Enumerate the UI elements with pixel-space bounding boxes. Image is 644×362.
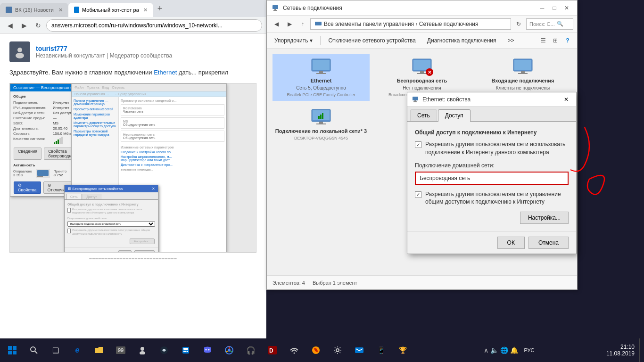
win-forward-button[interactable]: ▶	[284, 18, 295, 30]
inner-ms-type: Общедоступная сеть	[123, 123, 222, 126]
explorer-button[interactable]	[89, 340, 109, 361]
svg-point-39	[140, 351, 145, 354]
phone-button[interactable]: 📱	[371, 340, 391, 361]
taskbar-clock[interactable]: 21:10 11.08.2019	[606, 344, 638, 357]
dlg-tab-bar: Сеть Доступ	[407, 107, 576, 122]
svg-rect-24	[319, 122, 323, 123]
start-button[interactable]	[2, 340, 23, 361]
inner-win1-title: Состояние — Беспроводная сеть	[13, 85, 79, 90]
ok-button[interactable]: ОК	[497, 237, 525, 249]
wifi-taskbar-button[interactable]	[284, 340, 305, 361]
post-text: Здравствуйте. Вам нужно в главном подклю…	[9, 68, 256, 77]
tab-net[interactable]: Сеть	[410, 109, 437, 121]
tray-arrow-icon[interactable]: ∧	[484, 346, 488, 354]
headset-button[interactable]: 🎧	[240, 340, 261, 361]
people-icon	[138, 346, 147, 354]
tray-network-icon[interactable]: 🌐	[500, 346, 508, 354]
search-button[interactable]	[24, 340, 44, 361]
badge-button[interactable]: 99	[110, 340, 131, 361]
tab-access-label: Доступ	[445, 112, 463, 119]
dlg-checkbox-row-2: Разрешить другим пользователям сети упра…	[415, 190, 569, 206]
svg-rect-25	[316, 123, 326, 124]
checkbox-allow-sharing[interactable]	[415, 141, 421, 148]
win-refresh-button[interactable]: ↻	[513, 18, 524, 30]
minimize-button[interactable]: ─	[537, 2, 548, 14]
wifi-name: Беспроводная сеть	[397, 78, 447, 83]
win-search-box[interactable]: Поиск: С... 🔍	[526, 18, 573, 30]
discord-button[interactable]	[197, 340, 218, 361]
maximize-button[interactable]: □	[549, 2, 560, 14]
ethernet-name: Ethernet	[311, 78, 332, 83]
language-text: РУС	[524, 347, 534, 353]
inner-sidebar-item2: Просмотр активных сетей	[74, 107, 116, 111]
win-breadcrumb[interactable]: Все элементы панели управления › Сетевые…	[310, 18, 511, 30]
firefox-button[interactable]	[305, 340, 326, 361]
diagnostics-button[interactable]: Диагностика подключения	[423, 36, 500, 45]
adapter-ethernet[interactable]: Ethernet Сеть 5, Общедоступно Realtek PC…	[272, 54, 370, 101]
new-tab-button[interactable]: +	[153, 2, 166, 15]
language-indicator[interactable]: РУС	[521, 347, 537, 353]
tab-vk[interactable]: ВК (16) Новости ✕	[0, 3, 68, 17]
user-role-label: Независимый консультант | Модератор сооб…	[36, 52, 172, 59]
show-desktop-button[interactable]	[639, 338, 642, 362]
view-details-button[interactable]: ⊞	[550, 35, 561, 46]
steam-button[interactable]	[154, 340, 174, 361]
cancel-button[interactable]: Отмена	[528, 237, 569, 249]
win-up-button[interactable]: ↑	[297, 18, 308, 30]
svg-point-46	[206, 349, 207, 351]
tab-ms[interactable]: Мобильный хот-спот раздает W... ✕	[68, 3, 153, 17]
svg-line-51	[231, 351, 233, 353]
user-profile: tourist777 Независимый консультант | Мод…	[9, 41, 256, 62]
refresh-button[interactable]: ↻	[32, 19, 44, 32]
local-icon-wrap	[309, 108, 333, 126]
view-buttons: ☰ ⊞ ?	[537, 35, 573, 46]
browser-content: tourist777 Независимый консультант | Мод…	[0, 34, 266, 338]
dlg-checkbox-row-1: Разрешить другим пользователям сети испо…	[415, 140, 569, 156]
back-button[interactable]: ◀	[4, 19, 16, 32]
people-button[interactable]	[132, 340, 153, 361]
steam-icon	[159, 346, 169, 355]
checkbox-allow-management[interactable]	[415, 191, 421, 198]
messenger-button[interactable]	[349, 340, 370, 361]
inner-main-title: Просмотр основных сведений о...	[121, 99, 224, 102]
close-button[interactable]: ✕	[561, 2, 572, 14]
settings-taskbar-button[interactable]	[327, 340, 348, 361]
adapter-local[interactable]: Подключение по локальной сети* 3 DESKTOP…	[272, 105, 370, 144]
ms-favicon	[74, 7, 79, 13]
task-view-button[interactable]: ❑	[45, 340, 66, 361]
tab-vk-label: ВК (16) Новости	[15, 7, 54, 13]
setup-button[interactable]: Настройка...	[520, 212, 569, 224]
tab-vk-close[interactable]: ✕	[58, 7, 63, 13]
username-label[interactable]: tourist777	[36, 45, 172, 52]
tab-ms-close[interactable]: ✕	[143, 7, 148, 13]
reward-button[interactable]: 🏆	[392, 340, 413, 361]
address-bar[interactable]	[46, 19, 262, 32]
svg-rect-14	[420, 71, 424, 73]
wifi-monitor-icon: ✕	[410, 58, 434, 76]
home-network-input[interactable]	[415, 172, 569, 185]
calc-button[interactable]	[175, 340, 196, 361]
inner-recv-val: 8 752	[54, 173, 67, 177]
wifi-icon-wrap: ✕	[410, 58, 434, 76]
inner-tab-access: Доступ	[83, 194, 102, 199]
dlg-close-button[interactable]: ✕	[561, 94, 571, 105]
inner-unknown-type: Общедоступная сеть	[123, 136, 222, 140]
organize-button[interactable]: Упорядочить ▾	[271, 36, 316, 45]
more-options-button[interactable]: >>	[504, 36, 518, 45]
ie-button[interactable]: e	[67, 340, 88, 361]
svg-rect-6	[273, 10, 277, 11]
svg-rect-33	[13, 346, 17, 350]
help-button[interactable]: ?	[562, 35, 573, 46]
win-back-button[interactable]: ◀	[271, 18, 282, 30]
dota-button[interactable]: D	[262, 340, 283, 361]
dlg-footer: ОК Отмена	[407, 231, 576, 254]
tray-speaker-icon[interactable]: 🔈	[490, 346, 498, 354]
tray-notification-icon[interactable]: 🔔	[510, 346, 518, 354]
disable-device-button[interactable]: Отключение сетевого устройства	[324, 36, 419, 45]
forward-button[interactable]: ▶	[18, 19, 30, 32]
tab-access[interactable]: Доступ	[438, 109, 471, 122]
view-list-button[interactable]: ☰	[537, 35, 549, 46]
chrome-button[interactable]	[219, 340, 239, 361]
net-window-titlebar: Сетевые подключения ─ □ ✕	[267, 0, 577, 16]
chrome-icon	[224, 346, 234, 355]
